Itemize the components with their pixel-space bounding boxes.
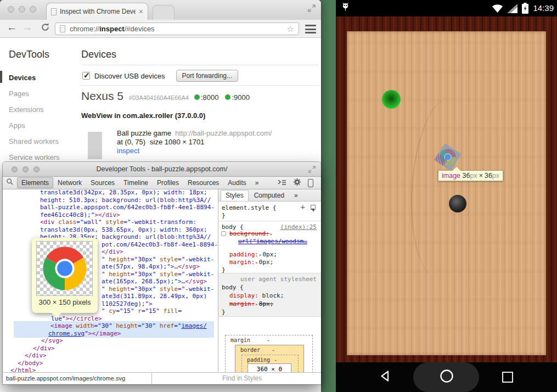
chrome-menu-icon[interactable]: [305, 25, 316, 33]
resource-link[interactable]: ball-puzzle.appspot.com/images/chrome.sv…: [3, 373, 152, 384]
code-line[interactable]: " height="30px" style="-webkit-: [102, 285, 214, 293]
box-model-content[interactable]: 360 × 0: [247, 363, 291, 372]
background-value[interactable]: url("images/woodsm…: [238, 238, 307, 245]
find-in-styles-input[interactable]: Find in Styles: [218, 372, 321, 384]
styles-tab-styles[interactable]: Styles: [221, 190, 249, 201]
page-favicon: [51, 8, 57, 15]
code-line[interactable]: ball-puzzle.appspot.com/642ec0b3-fb8f-4e…: [40, 204, 215, 211]
sidebar-item-pages[interactable]: Pages: [0, 86, 77, 102]
new-style-rule-icon[interactable]: +: [301, 204, 305, 210]
code-line[interactable]: </svg>: [41, 337, 63, 344]
sidebar-item-devices[interactable]: Devices: [0, 70, 77, 86]
url-text[interactable]: chrome://inspect/#devices: [70, 25, 155, 33]
expand-window-icon[interactable]: [308, 4, 316, 14]
zoom-window-icon[interactable]: [30, 6, 36, 13]
code-line[interactable]: ate(57px, 98.4px);">…</svg>: [102, 263, 200, 270]
box-model-padding[interactable]: padding - 360 × 0: [241, 355, 299, 372]
element-style-rule[interactable]: element.style {: [222, 204, 276, 211]
reload-button[interactable]: [41, 23, 50, 35]
port-forwarding-button[interactable]: Port forwarding...: [176, 70, 238, 82]
wood-grain: [406, 95, 484, 281]
tooltip-tag-name: image: [442, 172, 460, 180]
ua-body-selector[interactable]: body {: [222, 284, 244, 291]
game-board[interactable]: image 36px×36px: [347, 31, 546, 355]
code-line[interactable]: </html>: [10, 367, 36, 372]
code-line[interactable]: ate3d(311.89px, 28.49px, 0px): [102, 293, 207, 300]
padding-property[interactable]: padding:0px;: [229, 251, 277, 258]
background-property[interactable]: background:: [229, 230, 273, 237]
styles-tab-more[interactable]: »: [290, 191, 302, 200]
bookmark-star-icon[interactable]: ☆: [287, 24, 294, 34]
devtools-tab-more[interactable]: »: [251, 177, 263, 188]
stylesheet-source-link[interactable]: (index):25: [280, 223, 317, 231]
devtools-tab-timeline[interactable]: Timeline: [119, 177, 153, 188]
code-line[interactable]: ate(165px, 268.5px);">…</svg>: [102, 278, 207, 285]
device-mode-icon[interactable]: [308, 179, 313, 187]
target-title: Ball puzzle game: [117, 129, 171, 137]
port-status: :9000: [225, 93, 250, 102]
property-checkbox[interactable]: [221, 231, 226, 236]
sidebar-item-apps[interactable]: Apps: [0, 117, 77, 133]
minimize-window-icon[interactable]: [19, 6, 25, 13]
code-line[interactable]: " cy="15" r="15" fill=: [102, 307, 182, 315]
styles-tab-computed[interactable]: Computed: [250, 191, 289, 200]
recents-nav-button[interactable]: [502, 372, 513, 383]
code-line[interactable]: fee461cc40c8);"></div>: [40, 211, 120, 219]
code-line[interactable]: </body>: [18, 360, 43, 367]
console-drawer-icon[interactable]: [278, 178, 286, 188]
code-line[interactable]: " height="30px" style="-webkit-: [102, 271, 214, 278]
back-button[interactable]: ←: [7, 21, 17, 33]
devtools-tab-network[interactable]: Network: [53, 177, 86, 188]
code-line[interactable]: height: 510.3px; background: url(blob:ht…: [40, 197, 211, 204]
tab-close-icon[interactable]: ×: [139, 8, 143, 15]
code-line[interactable]: <image width="30" height="30" href="imag…: [50, 322, 207, 329]
target-url[interactable]: http://ball-puzzle.appspot.com/: [175, 129, 272, 137]
devtools-tab-audits[interactable]: Audits: [223, 177, 250, 188]
usb-debugging-icon: [341, 3, 350, 14]
devtools-tab-sources[interactable]: Sources: [86, 177, 119, 188]
battery-charging-icon: [522, 3, 528, 16]
margin-property[interactable]: margin:0px;: [229, 259, 273, 266]
devtools-tab-resources[interactable]: Resources: [183, 177, 223, 188]
code-line[interactable]: <div class="wall" style="-webkit-transfo…: [40, 219, 196, 226]
webview-heading: WebView in com.alex.roller (37.0.0.0): [81, 111, 205, 120]
green-ball[interactable]: [382, 90, 401, 109]
port-open-icon: [194, 94, 200, 100]
code-line[interactable]: pot.com/642ec0b3-fb8f-4ee1-8894-: [102, 241, 218, 248]
device-row: Nexus 5 #03A404160A4E66A4 :8000:9000: [81, 89, 250, 103]
expand-window-icon[interactable]: [308, 165, 316, 175]
element-picker-icon[interactable]: [311, 205, 316, 210]
box-model-border[interactable]: border - padding - 360 × 0: [235, 345, 304, 372]
discover-usb-checkbox[interactable]: [82, 72, 90, 80]
code-line[interactable]: chrome.svg"></image>: [48, 330, 121, 337]
address-bar[interactable]: chrome://inspect/#devices ☆: [55, 23, 299, 35]
code-line[interactable]: " height="30px" style="-webkit-: [102, 256, 214, 263]
devtools-tab-profiles[interactable]: Profiles: [153, 177, 183, 188]
new-tab-button[interactable]: [153, 5, 175, 20]
devtools-tab-elements[interactable]: Elements: [17, 177, 53, 188]
ua-margin-property[interactable]: margin:8px;: [229, 300, 273, 307]
page-title: Devices: [81, 49, 116, 60]
code-line[interactable]: translate3d(342px, 28.35px, 0px); width:…: [40, 189, 207, 196]
sidebar-item-extensions[interactable]: Extensions: [0, 102, 77, 117]
browser-tab[interactable]: Inspect with Chrome Deve ×: [46, 3, 148, 20]
code-line[interactable]: </div>: [25, 352, 47, 359]
image-preview-frame: [36, 241, 93, 296]
forward-button[interactable]: →: [22, 21, 32, 33]
home-nav-button[interactable]: [440, 369, 454, 385]
code-line[interactable]: </div>: [33, 345, 55, 352]
settings-gear-icon[interactable]: [293, 178, 301, 188]
black-ball[interactable]: [449, 195, 466, 212]
code-line[interactable]: </div>: [102, 248, 123, 255]
display-property[interactable]: display: block;: [229, 292, 284, 299]
back-nav-button[interactable]: [379, 370, 390, 384]
styles-panel: StylesComputed» element.style { + } body…: [218, 189, 321, 372]
inspect-link[interactable]: inspect: [117, 147, 139, 155]
code-line[interactable]: translate3d(0px, 538.65px, 0px); width: …: [40, 226, 207, 233]
port-open-icon: [225, 94, 230, 100]
sidebar-item-shared-workers[interactable]: Shared workers: [0, 133, 77, 149]
search-icon[interactable]: [6, 178, 14, 188]
code-line[interactable]: l102527deg);">: [102, 300, 153, 307]
close-window-icon[interactable]: [8, 6, 14, 13]
box-model-margin[interactable]: margin - border - padding - 360 × 0: [225, 335, 313, 372]
